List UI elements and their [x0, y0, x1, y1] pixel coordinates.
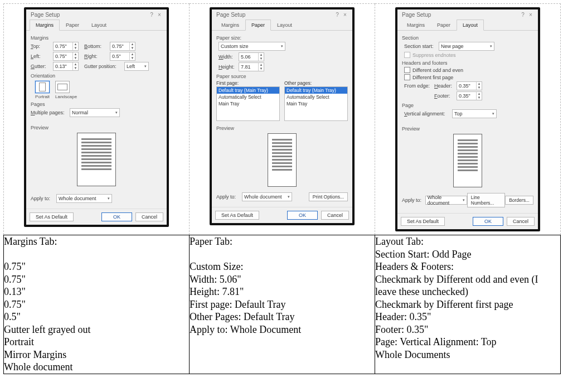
- top-label: Top:: [31, 43, 53, 49]
- layout-table: Page Setup ? × Margins Paper Layout Marg…: [3, 3, 561, 374]
- tab-paper[interactable]: Paper: [60, 20, 85, 31]
- top-input[interactable]: 0.75"▲▼: [53, 42, 79, 51]
- tab-paper[interactable]: Paper: [245, 20, 271, 31]
- page-setup-dialog-paper: Page Setup ? × Margins Paper Layout Pape…: [210, 7, 355, 225]
- paper-source-label: Paper source: [216, 74, 348, 79]
- tab-margins[interactable]: Margins: [401, 20, 431, 31]
- first-page-label: First page:: [216, 80, 280, 86]
- apply-to-label: Apply to:: [31, 196, 56, 201]
- cancel-button[interactable]: Cancel: [321, 211, 349, 220]
- valign-select[interactable]: Top▾: [452, 109, 497, 118]
- apply-to-label: Apply to:: [216, 194, 242, 200]
- page-label: Page: [402, 103, 533, 108]
- line-numbers-button[interactable]: Line Numbers...: [467, 193, 505, 207]
- set-default-button[interactable]: Set As Default: [215, 211, 259, 220]
- preview-page: [268, 133, 297, 187]
- section-start-select[interactable]: New page▾: [439, 42, 494, 51]
- tab-layout[interactable]: Layout: [271, 20, 298, 31]
- titlebar: Page Setup ? ×: [397, 9, 538, 19]
- gutter-pos-label: Gutter position:: [84, 64, 124, 69]
- dialog-title: Page Setup: [402, 12, 519, 18]
- gutter-input[interactable]: 0.13"▲▼: [53, 62, 79, 71]
- multiple-pages-select[interactable]: Normal▾: [70, 108, 120, 117]
- first-page-list[interactable]: Default tray (Main Tray) Automatically S…: [216, 86, 280, 121]
- gutter-pos-select[interactable]: Left▾: [124, 62, 149, 71]
- headers-footers-label: Headers and footers: [402, 60, 533, 66]
- titlebar: Page Setup ? ×: [212, 9, 352, 19]
- tab-margins[interactable]: Margins: [30, 20, 60, 31]
- tab-paper[interactable]: Paper: [431, 20, 457, 31]
- other-pages-list[interactable]: Default tray (Main Tray) Automatically S…: [284, 86, 348, 121]
- preview-label: Preview: [31, 125, 162, 130]
- multiple-pages-label: Multiple pages:: [31, 110, 70, 115]
- pages-label: Pages: [31, 101, 162, 107]
- from-edge-label: From edge:: [404, 83, 434, 89]
- header-label: Header:: [434, 83, 457, 89]
- width-label: Width:: [219, 54, 239, 60]
- footer-label: Footer:: [434, 93, 457, 99]
- different-odd-even-checkbox[interactable]: Different odd and even: [404, 67, 533, 73]
- preview-label: Preview: [402, 126, 533, 132]
- borders-button[interactable]: Borders...: [505, 196, 533, 205]
- valign-label: Vertical alignment:: [404, 111, 452, 117]
- header-input[interactable]: 0.35"▲▼: [457, 81, 482, 90]
- bottom-label: Bottom:: [84, 43, 110, 49]
- page-setup-dialog-margins: Page Setup ? × Margins Paper Layout Marg…: [24, 7, 169, 227]
- suppress-endnotes-checkbox: Suppress endnotes: [404, 52, 533, 58]
- left-label: Left:: [31, 54, 53, 59]
- set-default-button[interactable]: Set As Default: [30, 212, 74, 221]
- close-icon[interactable]: ×: [341, 12, 349, 18]
- paper-size-label: Paper size:: [216, 35, 348, 41]
- footer-input[interactable]: 0.35"▲▼: [457, 91, 482, 100]
- ok-button[interactable]: OK: [473, 217, 503, 226]
- dialog-title: Page Setup: [31, 12, 148, 18]
- width-input[interactable]: 5.06▲▼: [239, 52, 264, 61]
- preview-label: Preview: [216, 125, 348, 131]
- right-label: Right:: [84, 54, 110, 59]
- apply-to-select[interactable]: Whole document▾: [242, 192, 292, 201]
- tab-layout[interactable]: Layout: [85, 20, 113, 31]
- margins-group-label: Margins: [31, 35, 162, 41]
- apply-to-select[interactable]: Whole document▾: [56, 194, 112, 203]
- preview-page: [77, 133, 116, 186]
- height-label: Height:: [219, 64, 239, 70]
- tab-strip: Margins Paper Layout: [212, 19, 352, 31]
- page-setup-dialog-layout: Page Setup ? × Margins Paper Layout Sect…: [395, 7, 540, 231]
- help-icon[interactable]: ?: [148, 12, 156, 18]
- help-icon[interactable]: ?: [333, 12, 341, 18]
- print-options-button[interactable]: Print Options...: [309, 192, 348, 201]
- section-start-label: Section start:: [404, 43, 439, 49]
- tab-strip: Margins Paper Layout: [26, 19, 167, 31]
- right-input[interactable]: 0.5"▲▼: [110, 52, 135, 61]
- preview-page: [453, 134, 482, 187]
- paper-size-select[interactable]: Custom size▾: [219, 42, 285, 51]
- apply-to-select[interactable]: Whole document▾: [425, 196, 467, 205]
- set-default-button[interactable]: Set As Default: [401, 217, 445, 226]
- tab-layout[interactable]: Layout: [457, 20, 484, 31]
- tab-margins[interactable]: Margins: [215, 20, 245, 31]
- cancel-button[interactable]: Cancel: [135, 212, 163, 221]
- orientation-portrait[interactable]: Portrait: [35, 81, 50, 99]
- left-input[interactable]: 0.75"▲▼: [53, 52, 79, 61]
- bottom-input[interactable]: 0.75"▲▼: [110, 42, 135, 51]
- ok-button[interactable]: OK: [101, 212, 132, 221]
- cancel-button[interactable]: Cancel: [507, 217, 535, 226]
- different-first-page-checkbox[interactable]: Different first page: [404, 74, 533, 80]
- description-layout: Layout Tab:Section Start: Odd PageHeader…: [375, 235, 561, 374]
- section-label: Section: [402, 35, 533, 41]
- help-icon[interactable]: ?: [519, 12, 527, 18]
- gutter-label: Gutter:: [31, 64, 53, 69]
- other-pages-label: Other pages:: [284, 80, 348, 86]
- orientation-label: Orientation: [31, 73, 162, 79]
- description-margins: Margins Tab: 0.75"0.75"0.13"0.75"0.5"Gut…: [4, 235, 190, 374]
- close-icon[interactable]: ×: [156, 12, 163, 18]
- description-paper: Paper Tab: Custom Size:Width: 5.06"Heigh…: [190, 235, 375, 374]
- orientation-landscape[interactable]: Landscape: [55, 81, 77, 99]
- height-input[interactable]: 7.81▲▼: [239, 62, 264, 71]
- titlebar: Page Setup ? ×: [26, 9, 167, 19]
- dialog-title: Page Setup: [216, 12, 333, 18]
- tab-strip: Margins Paper Layout: [397, 19, 538, 31]
- apply-to-label: Apply to:: [402, 197, 425, 203]
- close-icon[interactable]: ×: [527, 12, 535, 18]
- ok-button[interactable]: OK: [287, 211, 318, 220]
